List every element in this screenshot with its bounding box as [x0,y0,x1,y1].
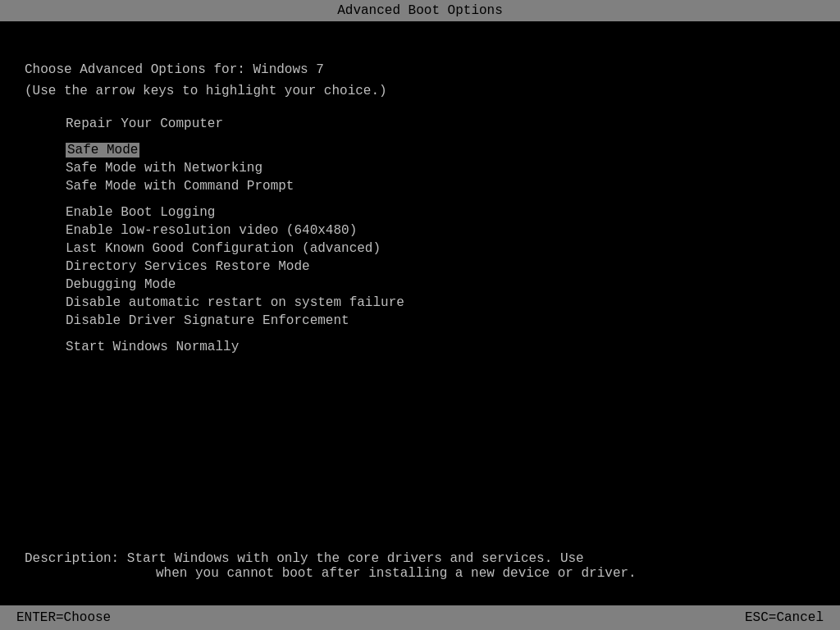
menu-item-start-normally[interactable]: Start Windows Normally [25,338,815,356]
enter-label[interactable]: ENTER=Choose [16,610,111,625]
menu-item-safe-mode[interactable]: Safe Mode [25,141,815,159]
menu-item-directory[interactable]: Directory Services Restore Mode [25,258,815,276]
description-line2: when you cannot boot after installing a … [25,566,815,581]
menu-item-disable-restart[interactable]: Disable automatic restart on system fail… [25,294,815,312]
title-bar: Advanced Boot Options [0,0,840,21]
menu-item-last-known[interactable]: Last Known Good Configuration (advanced) [25,240,815,258]
menu-item-safe-mode-cmd[interactable]: Safe Mode with Command Prompt [25,177,815,195]
menu-item-safe-mode-networking[interactable]: Safe Mode with Networking [25,159,815,177]
description-area: Description: Start Windows with only the… [0,543,840,589]
menu-item-debugging[interactable]: Debugging Mode [25,276,815,294]
menu-item-repair[interactable]: Repair Your Computer [25,115,815,133]
menu-item-disable-driver[interactable]: Disable Driver Signature Enforcement [25,312,815,330]
description-line1: Description: Start Windows with only the… [25,551,815,566]
menu-item-boot-logging[interactable]: Enable Boot Logging [25,203,815,221]
header-line1: Choose Advanced Options for: Windows 7 [25,62,815,77]
title-text: Advanced Boot Options [337,3,503,18]
header-line2: (Use the arrow keys to highlight your ch… [25,84,815,98]
boot-menu: Repair Your Computer Safe Mode Safe Mode… [25,115,815,356]
menu-item-low-res[interactable]: Enable low-resolution video (640x480) [25,221,815,240]
bottom-bar: ENTER=Choose ESC=Cancel [0,605,840,630]
esc-label[interactable]: ESC=Cancel [745,610,824,625]
